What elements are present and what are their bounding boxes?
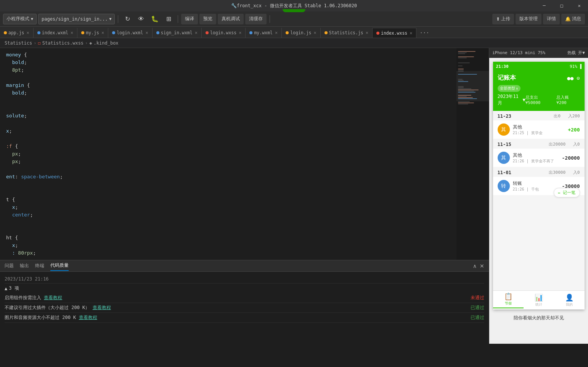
breadcrumb-statisticswxss[interactable]: Statistics.wxss <box>42 40 84 46</box>
mode-dropdown[interactable]: 小程序模式 ▼ <box>3 14 37 24</box>
tab-close-loginwxml[interactable]: × <box>145 30 148 35</box>
tx-info-2: 其他 21:26 | 奖学金不再了 <box>513 152 559 164</box>
nav-item-profile[interactable]: 👤 我的 <box>554 292 585 309</box>
panel-actions: ∧ ✕ <box>473 263 484 269</box>
transaction-list: 11-23 出0 入200 其 其他 21:25 | 奖学金 +200 11-1 <box>493 111 585 290</box>
header-menu-icon[interactable]: ●● <box>567 75 574 81</box>
tab-dot-statisticsjs <box>325 31 328 34</box>
panel-tab-output[interactable]: 输出 <box>20 261 29 271</box>
tab-dot-loginwxml <box>112 31 115 34</box>
tx-info-1: 其他 21:25 | 奖学金 <box>513 124 565 136</box>
nav-indicator-records <box>493 308 524 308</box>
tab-myjs[interactable]: my.js × <box>77 28 108 38</box>
battery-percent: 91% <box>570 64 577 69</box>
tab-close-myjs[interactable]: × <box>101 30 104 35</box>
tab-close-mywxml[interactable]: × <box>275 30 278 35</box>
version-button[interactable]: 版本管理 <box>516 14 541 24</box>
tab-loginwxss[interactable]: login.wxss × <box>202 28 246 38</box>
breadcrumb: Statistics › ◻ Statistics.wxss › ◈ .kind… <box>0 38 588 48</box>
tab-mywxml[interactable]: my.wxml × <box>246 28 282 38</box>
tab-close-indexwxml[interactable]: × <box>71 30 73 35</box>
minimap-highlight <box>456 71 489 101</box>
panel-collapse-button[interactable]: ∧ <box>473 263 477 269</box>
tab-close-indexwxss[interactable]: × <box>410 30 412 36</box>
maximize-button[interactable]: □ <box>553 0 570 11</box>
phone-status-bar: 21:30 91% ▐ <box>493 62 585 71</box>
tx-date-1123: 11-23 <box>498 114 511 119</box>
write-note-area: ✏ 记一笔 <box>493 196 585 218</box>
toolbar-separator-3 <box>270 15 270 23</box>
tx-amount-1: +200 <box>568 127 580 133</box>
path-dropdown[interactable]: pages/sign_in/sign_in... ▼ <box>38 14 115 24</box>
tab-indexwxss[interactable]: index.wxss × <box>373 28 416 38</box>
bug-button[interactable]: 🐛 <box>149 14 161 24</box>
compile-button[interactable]: 编译 <box>181 14 198 24</box>
panel-status-1: 已通过 <box>471 304 484 311</box>
code-line-1: money { <box>6 51 456 59</box>
tab-close-appjs[interactable]: × <box>27 30 29 35</box>
header-camera-icon[interactable]: ⊙ <box>577 75 580 81</box>
tx-item-1[interactable]: 其 其他 21:25 | 奖学金 +200 <box>493 120 585 139</box>
notification-button[interactable]: 🔔 消息 <box>561 14 585 24</box>
tab-loginwxml[interactable]: login.wxml × <box>108 28 152 38</box>
panel-row-2: 图片和音频资源大小不超过 200 K 查看教程 已通过 <box>5 313 484 323</box>
panel-tab-issues[interactable]: 问题 <box>5 261 14 271</box>
mode-dropdown-arrow: ▼ <box>31 17 33 21</box>
upload-button[interactable]: ⬆ 上传 <box>492 14 514 24</box>
tab-loginjs[interactable]: login.js × <box>282 28 321 38</box>
tab-close-statisticsjs[interactable]: × <box>366 30 368 35</box>
tab-signinwxml[interactable]: sign_in.wxml × <box>153 28 202 38</box>
panel-close-button[interactable]: ✕ <box>480 263 484 269</box>
refresh-button[interactable]: ↻ <box>121 14 133 24</box>
toolbar: 小程序模式 ▼ pages/sign_in/sign_in... ▼ ↻ 👁 🐛… <box>0 11 588 27</box>
close-button[interactable]: ✕ <box>570 0 588 11</box>
tab-appjs[interactable]: app.js × <box>0 28 34 38</box>
code-line-21: x; <box>6 204 456 211</box>
minimize-button[interactable]: ─ <box>535 0 553 11</box>
tab-dot-loginwxss <box>206 31 209 34</box>
code-line-23 <box>6 219 456 226</box>
tab-close-loginjs[interactable]: × <box>314 30 316 35</box>
breadcrumb-statistics[interactable]: Statistics <box>5 40 32 46</box>
nav-label-records: 节假 <box>505 301 512 306</box>
collapse-header[interactable]: ▲ 3 项 <box>5 284 484 293</box>
phone-bottom-text: 陪你看烟火的那天却不见 <box>489 313 588 323</box>
phone-frame: 21:30 91% ▐ 记账本 ●● ⊙ <box>489 58 588 344</box>
nav-item-records[interactable]: 📋 节假 <box>493 291 524 310</box>
panel-timestamp-row: 2023/11/23 21:16 <box>5 275 484 284</box>
hotload-btn[interactable]: 热载 开▼ <box>567 50 585 56</box>
panel-status-2: 已通过 <box>471 314 484 321</box>
code-line-9: solute; <box>6 112 456 120</box>
tab-more-button[interactable]: ··· <box>416 28 432 38</box>
device-name[interactable]: iPhone 12/13 mini 75% <box>492 50 545 55</box>
nav-item-stats[interactable]: 📊 统计 <box>524 292 554 309</box>
preview-button[interactable]: 预览 <box>199 14 216 24</box>
eye-button[interactable]: 👁 <box>135 14 147 24</box>
code-minimap <box>456 48 489 260</box>
date-selector[interactable]: 2023年11月 ▼ <box>498 93 525 106</box>
panel-tab-terminal[interactable]: 终端 <box>35 261 44 271</box>
tx-date-1101: 11-01 <box>498 170 511 175</box>
tab-close-loginwxss[interactable]: × <box>239 30 241 35</box>
layers-button[interactable]: ⊞ <box>162 14 175 24</box>
tab-statisticsjs[interactable]: Statistics.js × <box>321 28 373 38</box>
real-device-button[interactable]: 真机调试 <box>218 14 244 24</box>
save-button[interactable]: 清缓存 <box>245 14 267 24</box>
filter-tag[interactable]: 全部类型 ⬆ <box>498 85 521 92</box>
breadcrumb-kindbox[interactable]: .kind_box <box>94 40 119 46</box>
details-button[interactable]: 详情 <box>543 14 560 24</box>
panel-link-1[interactable]: 查看教程 <box>93 305 111 310</box>
write-note-button[interactable]: ✏ 记一笔 <box>554 188 580 197</box>
panel-link-0[interactable]: 查看教程 <box>44 295 62 300</box>
tab-indexwxml[interactable]: index.wxml × <box>34 28 77 38</box>
nav-icon-profile: 👤 <box>565 293 574 301</box>
title-icon: 🔧 <box>231 3 237 8</box>
panel-tab-quality[interactable]: 代码质量 <box>50 261 69 271</box>
panel-link-2[interactable]: 查看教程 <box>79 315 97 320</box>
window-title: front_xcx - 微信开发者工具 Stable 1.06.2306020 <box>237 3 357 9</box>
tx-item-2[interactable]: 其 其他 21:26 | 奖学金不再了 -20000 <box>493 149 585 167</box>
toolbar-separator-1 <box>118 15 118 23</box>
code-content[interactable]: money { bold; 8pt; margin { bold; solute… <box>0 48 456 260</box>
tx-date-header-1101: 11-01 出30000 入0 <box>493 167 585 177</box>
tab-close-signinwxml[interactable]: × <box>195 30 198 35</box>
